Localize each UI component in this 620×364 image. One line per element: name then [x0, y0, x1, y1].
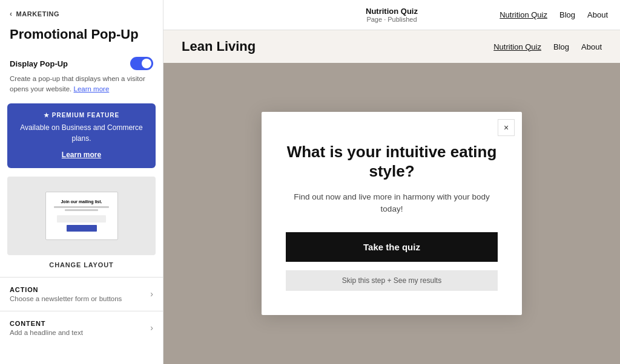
layout-preview-inner: Join our mailing list.: [45, 192, 118, 240]
learn-more-link[interactable]: Learn more: [74, 85, 110, 93]
top-nav-blog[interactable]: Blog: [559, 10, 575, 19]
action-title: ACTION: [10, 286, 122, 293]
preview-title: Join our mailing list.: [61, 200, 102, 204]
action-chevron-icon: ›: [150, 289, 153, 299]
action-section[interactable]: ACTION Choose a newsletter form or butto…: [0, 277, 163, 311]
back-label: MARKETING: [16, 10, 60, 18]
website-nav-nutrition-quiz[interactable]: Nutrition Quiz: [493, 42, 541, 51]
content-chevron-icon: ›: [150, 323, 153, 333]
premium-learn-link[interactable]: Learn more: [62, 151, 101, 159]
action-text: ACTION Choose a newsletter form or butto…: [10, 286, 122, 302]
layout-preview: Join our mailing list.: [7, 177, 156, 255]
premium-banner: ★ PREMIUM FEATURE Available on Business …: [7, 103, 156, 168]
website-header: Lean Living Nutrition Quiz Blog About: [163, 30, 620, 63]
panel-title: Promotional Pop-Up: [0, 24, 163, 52]
close-icon: ×: [504, 123, 509, 132]
back-chevron-icon: ‹: [10, 10, 13, 18]
preview-lines: [54, 206, 110, 212]
preview-input: [57, 215, 107, 223]
back-link[interactable]: ‹ MARKETING: [0, 0, 163, 24]
preview-line: [54, 206, 110, 208]
page-status: Page · Published: [366, 16, 418, 23]
website-nav-blog[interactable]: Blog: [553, 42, 569, 51]
content-subtitle: Add a headline and text: [10, 329, 83, 336]
popup-heading: What is your intuitive eating style?: [286, 142, 498, 181]
display-popup-label: Display Pop-Up: [10, 59, 68, 68]
popup-modal: × What is your intuitive eating style? F…: [262, 112, 522, 316]
website-logo: Lean Living: [182, 39, 256, 54]
top-nav-about[interactable]: About: [587, 10, 608, 19]
action-subtitle: Choose a newsletter form or buttons: [10, 295, 122, 302]
premium-label: ★ PREMIUM FEATURE: [16, 112, 147, 119]
popup-close-button[interactable]: ×: [498, 119, 515, 136]
star-icon: ★: [44, 112, 50, 119]
popup-wrapper: × What is your intuitive eating style? F…: [262, 112, 522, 316]
content-text: CONTENT Add a headline and text: [10, 320, 83, 336]
popup-description: Create a pop-up that displays when a vis…: [0, 74, 163, 103]
preview-line-short: [65, 209, 98, 211]
popup-cta-button[interactable]: Take the quiz: [286, 232, 498, 262]
top-bar-center: Nutrition Quiz Page · Published: [366, 7, 418, 23]
top-nav-nutrition-quiz[interactable]: Nutrition Quiz: [500, 10, 547, 19]
left-panel: ‹ MARKETING Promotional Pop-Up Display P…: [0, 0, 163, 364]
content-section[interactable]: CONTENT Add a headline and text ›: [0, 311, 163, 345]
top-bar-nav: Nutrition Quiz Blog About: [500, 10, 608, 19]
page-name: Nutrition Quiz: [366, 7, 418, 16]
display-popup-toggle[interactable]: [130, 57, 153, 70]
premium-description: Available on Business and Commerce plans…: [16, 122, 147, 144]
popup-subtext: Find out now and live more in harmony wi…: [286, 191, 498, 216]
change-layout-label[interactable]: CHANGE LAYOUT: [0, 255, 163, 277]
content-title: CONTENT: [10, 320, 83, 327]
display-popup-row: Display Pop-Up: [0, 52, 163, 74]
popup-skip-link[interactable]: Skip this step + See my results: [286, 270, 498, 291]
preview-area: Lean Living Nutrition Quiz Blog About × …: [163, 30, 620, 364]
preview-btn: [67, 225, 97, 232]
website-nav: Nutrition Quiz Blog About: [493, 42, 602, 51]
preview-background: × What is your intuitive eating style? F…: [163, 63, 620, 364]
top-bar: Nutrition Quiz Page · Published Nutritio…: [163, 0, 620, 30]
right-panel: Nutrition Quiz Page · Published Nutritio…: [163, 0, 620, 364]
website-nav-about[interactable]: About: [581, 42, 602, 51]
